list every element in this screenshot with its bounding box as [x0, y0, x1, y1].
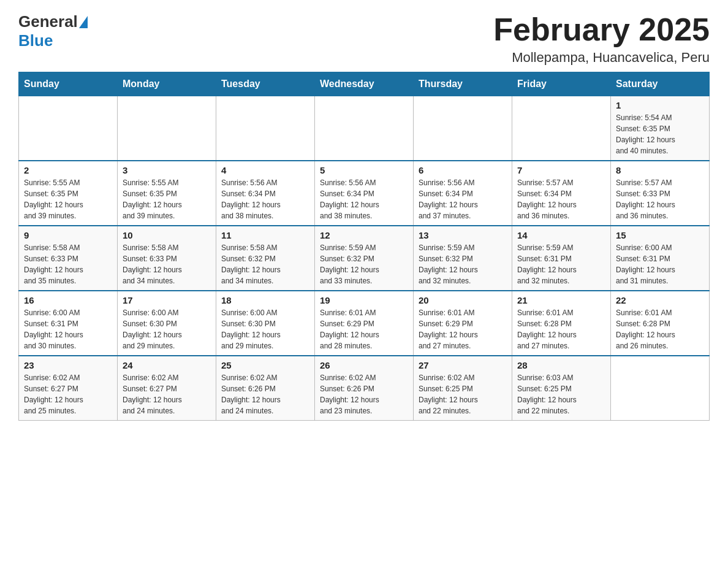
calendar-cell [611, 356, 710, 421]
day-number: 28 [517, 360, 605, 370]
day-number: 27 [419, 360, 507, 370]
day-number: 12 [320, 230, 408, 240]
calendar-cell: 22Sunrise: 6:01 AMSunset: 6:28 PMDayligh… [611, 291, 710, 356]
calendar-cell [315, 96, 414, 161]
day-number: 16 [24, 295, 112, 305]
calendar-cell: 2Sunrise: 5:55 AMSunset: 6:35 PMDaylight… [19, 161, 118, 226]
title-block: February 2025 Mollepampa, Huancavelica, … [493, 12, 710, 66]
day-info: Sunrise: 5:57 AMSunset: 6:34 PMDaylight:… [517, 177, 605, 221]
day-number: 21 [517, 295, 605, 305]
page-header: General Blue February 2025 Mollepampa, H… [18, 12, 710, 66]
calendar-cell: 24Sunrise: 6:02 AMSunset: 6:27 PMDayligh… [118, 356, 216, 421]
day-number: 23 [24, 360, 112, 370]
day-info: Sunrise: 5:59 AMSunset: 6:32 PMDaylight:… [320, 242, 408, 286]
day-info: Sunrise: 6:03 AMSunset: 6:25 PMDaylight:… [517, 372, 605, 416]
day-info: Sunrise: 6:01 AMSunset: 6:29 PMDaylight:… [320, 307, 408, 351]
location-subtitle: Mollepampa, Huancavelica, Peru [493, 50, 710, 66]
calendar-cell: 7Sunrise: 5:57 AMSunset: 6:34 PMDaylight… [512, 161, 611, 226]
calendar-cell [216, 96, 315, 161]
day-info: Sunrise: 5:55 AMSunset: 6:35 PMDaylight:… [123, 177, 211, 221]
calendar-cell: 21Sunrise: 6:01 AMSunset: 6:28 PMDayligh… [512, 291, 611, 356]
day-number: 8 [616, 165, 704, 175]
day-number: 17 [123, 295, 211, 305]
day-info: Sunrise: 5:56 AMSunset: 6:34 PMDaylight:… [419, 177, 507, 221]
day-info: Sunrise: 5:58 AMSunset: 6:33 PMDaylight:… [24, 242, 112, 286]
calendar-cell: 17Sunrise: 6:00 AMSunset: 6:30 PMDayligh… [118, 291, 216, 356]
calendar-cell: 11Sunrise: 5:58 AMSunset: 6:32 PMDayligh… [216, 226, 315, 291]
day-number: 11 [221, 230, 309, 240]
calendar-cell: 12Sunrise: 5:59 AMSunset: 6:32 PMDayligh… [315, 226, 414, 291]
day-number: 26 [320, 360, 408, 370]
day-number: 20 [419, 295, 507, 305]
logo-triangle-icon [79, 16, 88, 28]
day-info: Sunrise: 5:55 AMSunset: 6:35 PMDaylight:… [24, 177, 112, 221]
day-info: Sunrise: 5:57 AMSunset: 6:33 PMDaylight:… [616, 177, 704, 221]
day-info: Sunrise: 6:02 AMSunset: 6:26 PMDaylight:… [320, 372, 408, 416]
day-number: 13 [419, 230, 507, 240]
day-info: Sunrise: 5:56 AMSunset: 6:34 PMDaylight:… [221, 177, 309, 221]
day-info: Sunrise: 6:01 AMSunset: 6:28 PMDaylight:… [517, 307, 605, 351]
calendar-cell: 13Sunrise: 5:59 AMSunset: 6:32 PMDayligh… [414, 226, 512, 291]
calendar-cell: 10Sunrise: 5:58 AMSunset: 6:33 PMDayligh… [118, 226, 216, 291]
day-number: 9 [24, 230, 112, 240]
calendar-cell: 18Sunrise: 6:00 AMSunset: 6:30 PMDayligh… [216, 291, 315, 356]
day-number: 22 [616, 295, 704, 305]
day-number: 7 [517, 165, 605, 175]
calendar-cell: 4Sunrise: 5:56 AMSunset: 6:34 PMDaylight… [216, 161, 315, 226]
day-info: Sunrise: 5:58 AMSunset: 6:32 PMDaylight:… [221, 242, 309, 286]
calendar-cell: 14Sunrise: 5:59 AMSunset: 6:31 PMDayligh… [512, 226, 611, 291]
calendar-header-wednesday: Wednesday [315, 72, 414, 96]
day-info: Sunrise: 6:00 AMSunset: 6:31 PMDaylight:… [616, 242, 704, 286]
day-info: Sunrise: 5:58 AMSunset: 6:33 PMDaylight:… [123, 242, 211, 286]
day-number: 25 [221, 360, 309, 370]
calendar-header-sunday: Sunday [19, 72, 118, 96]
day-info: Sunrise: 5:59 AMSunset: 6:31 PMDaylight:… [517, 242, 605, 286]
day-number: 14 [517, 230, 605, 240]
day-info: Sunrise: 6:00 AMSunset: 6:31 PMDaylight:… [24, 307, 112, 351]
day-info: Sunrise: 6:02 AMSunset: 6:27 PMDaylight:… [24, 372, 112, 416]
calendar-cell: 16Sunrise: 6:00 AMSunset: 6:31 PMDayligh… [19, 291, 118, 356]
calendar-cell [118, 96, 216, 161]
calendar-cell [414, 96, 512, 161]
calendar-cell: 5Sunrise: 5:56 AMSunset: 6:34 PMDaylight… [315, 161, 414, 226]
logo: General Blue [18, 12, 89, 50]
logo-general-text: General [18, 12, 78, 31]
calendar-cell: 1Sunrise: 5:54 AMSunset: 6:35 PMDaylight… [611, 96, 710, 161]
day-info: Sunrise: 5:59 AMSunset: 6:32 PMDaylight:… [419, 242, 507, 286]
calendar-header-saturday: Saturday [611, 72, 710, 96]
calendar-cell: 25Sunrise: 6:02 AMSunset: 6:26 PMDayligh… [216, 356, 315, 421]
day-info: Sunrise: 5:54 AMSunset: 6:35 PMDaylight:… [616, 112, 704, 156]
calendar-cell: 15Sunrise: 6:00 AMSunset: 6:31 PMDayligh… [611, 226, 710, 291]
calendar-cell: 28Sunrise: 6:03 AMSunset: 6:25 PMDayligh… [512, 356, 611, 421]
day-number: 1 [616, 100, 704, 110]
calendar-cell: 26Sunrise: 6:02 AMSunset: 6:26 PMDayligh… [315, 356, 414, 421]
calendar-header-thursday: Thursday [414, 72, 512, 96]
day-info: Sunrise: 6:02 AMSunset: 6:26 PMDaylight:… [221, 372, 309, 416]
day-number: 3 [123, 165, 211, 175]
calendar-cell: 9Sunrise: 5:58 AMSunset: 6:33 PMDaylight… [19, 226, 118, 291]
day-number: 5 [320, 165, 408, 175]
calendar-cell: 20Sunrise: 6:01 AMSunset: 6:29 PMDayligh… [414, 291, 512, 356]
day-number: 15 [616, 230, 704, 240]
day-info: Sunrise: 6:00 AMSunset: 6:30 PMDaylight:… [221, 307, 309, 351]
day-number: 4 [221, 165, 309, 175]
day-number: 2 [24, 165, 112, 175]
day-number: 6 [419, 165, 507, 175]
calendar-header-tuesday: Tuesday [216, 72, 315, 96]
calendar-cell: 19Sunrise: 6:01 AMSunset: 6:29 PMDayligh… [315, 291, 414, 356]
calendar-cell: 8Sunrise: 5:57 AMSunset: 6:33 PMDaylight… [611, 161, 710, 226]
logo-blue-text: Blue [18, 31, 53, 50]
day-info: Sunrise: 5:56 AMSunset: 6:34 PMDaylight:… [320, 177, 408, 221]
day-info: Sunrise: 6:01 AMSunset: 6:28 PMDaylight:… [616, 307, 704, 351]
calendar-cell: 23Sunrise: 6:02 AMSunset: 6:27 PMDayligh… [19, 356, 118, 421]
calendar-table: SundayMondayTuesdayWednesdayThursdayFrid… [18, 72, 710, 421]
calendar-cell: 6Sunrise: 5:56 AMSunset: 6:34 PMDaylight… [414, 161, 512, 226]
calendar-cell [19, 96, 118, 161]
day-number: 24 [123, 360, 211, 370]
day-info: Sunrise: 6:01 AMSunset: 6:29 PMDaylight:… [419, 307, 507, 351]
day-info: Sunrise: 6:02 AMSunset: 6:25 PMDaylight:… [419, 372, 507, 416]
day-info: Sunrise: 6:00 AMSunset: 6:30 PMDaylight:… [123, 307, 211, 351]
calendar-header-friday: Friday [512, 72, 611, 96]
day-info: Sunrise: 6:02 AMSunset: 6:27 PMDaylight:… [123, 372, 211, 416]
calendar-cell: 3Sunrise: 5:55 AMSunset: 6:35 PMDaylight… [118, 161, 216, 226]
